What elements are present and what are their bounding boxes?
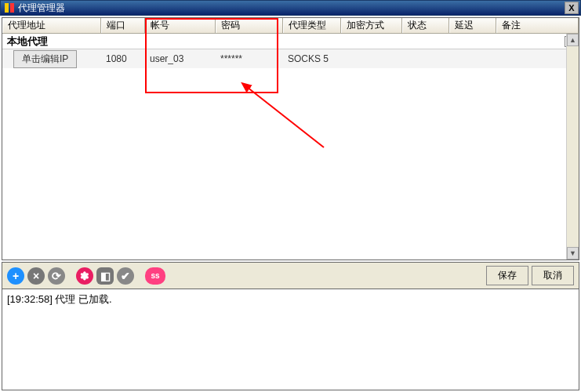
- window-title: 代理管理器: [18, 2, 565, 15]
- col-type[interactable]: 代理类型: [283, 18, 341, 33]
- add-button[interactable]: +: [7, 267, 24, 285]
- save-button[interactable]: 保存: [486, 266, 528, 285]
- col-stat[interactable]: 状态: [402, 18, 449, 33]
- close-button[interactable]: X: [565, 2, 579, 14]
- app-icon: [4, 2, 15, 13]
- refresh-button[interactable]: ⟳: [48, 267, 65, 285]
- svg-rect-0: [5, 3, 9, 13]
- cell-addr: 单击编辑IP: [2, 45, 101, 73]
- log-area[interactable]: [19:32:58] 代理 已加载.: [2, 289, 579, 390]
- cancel-button[interactable]: 取消: [532, 266, 574, 285]
- vertical-scrollbar[interactable]: ▲ ▼: [566, 34, 579, 260]
- table-row[interactable]: 单击编辑IP 1080 user_03 ****** SOCKS 5: [2, 49, 579, 68]
- col-note[interactable]: 备注: [496, 18, 579, 33]
- toolbar: + × ⟳ ✽ ◧ ✔ ss 保存 取消: [2, 262, 579, 289]
- svg-rect-1: [10, 3, 14, 13]
- col-pass[interactable]: 密码: [216, 18, 283, 33]
- proxy-list-panel: 代理地址 端口 帐号 密码 代理类型 加密方式 状态 延迟 备注 本地代理 - …: [2, 17, 579, 260]
- cell-port[interactable]: 1080: [101, 50, 145, 67]
- log-line: [19:32:58] 代理 已加载.: [7, 292, 574, 307]
- cell-user[interactable]: user_03: [145, 50, 216, 67]
- scroll-down-icon[interactable]: ▼: [567, 247, 579, 260]
- toggle-button[interactable]: ◧: [96, 267, 114, 285]
- edit-ip-button[interactable]: 单击编辑IP: [13, 50, 77, 68]
- cell-type[interactable]: SOCKS 5: [283, 50, 341, 67]
- col-enc[interactable]: 加密方式: [341, 18, 402, 33]
- col-user[interactable]: 帐号: [145, 18, 216, 33]
- cell-lat: [449, 56, 496, 62]
- cell-stat: [402, 56, 449, 62]
- scroll-up-icon[interactable]: ▲: [567, 34, 579, 46]
- ss-button[interactable]: ss: [145, 267, 165, 285]
- col-addr[interactable]: 代理地址: [2, 18, 101, 33]
- svg-line-2: [247, 87, 324, 147]
- cell-enc[interactable]: [341, 56, 402, 62]
- column-header-row: 代理地址 端口 帐号 密码 代理类型 加密方式 状态 延迟 备注: [2, 18, 579, 34]
- check-button[interactable]: ✔: [117, 267, 134, 285]
- annotation-arrow: [238, 81, 332, 151]
- col-lat[interactable]: 延迟: [449, 18, 496, 33]
- bottom-panel: + × ⟳ ✽ ◧ ✔ ss 保存 取消 [19:32:58] 代理 已加载.: [2, 262, 579, 390]
- settings-button[interactable]: ✽: [76, 267, 93, 285]
- titlebar: 代理管理器 X: [0, 0, 581, 16]
- cell-pass[interactable]: ******: [216, 50, 283, 67]
- delete-button[interactable]: ×: [27, 267, 45, 285]
- col-port[interactable]: 端口: [101, 18, 145, 33]
